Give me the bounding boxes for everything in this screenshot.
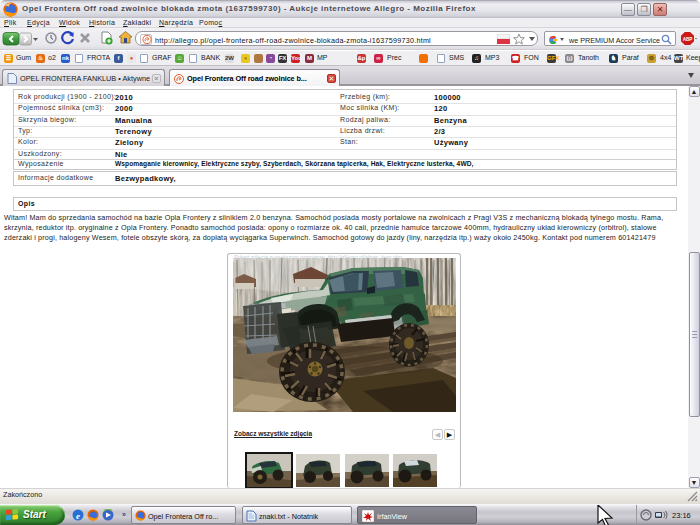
svg-text:ABP: ABP bbox=[683, 37, 693, 42]
svg-text:»: » bbox=[122, 511, 126, 518]
svg-text:e: e bbox=[76, 511, 80, 521]
